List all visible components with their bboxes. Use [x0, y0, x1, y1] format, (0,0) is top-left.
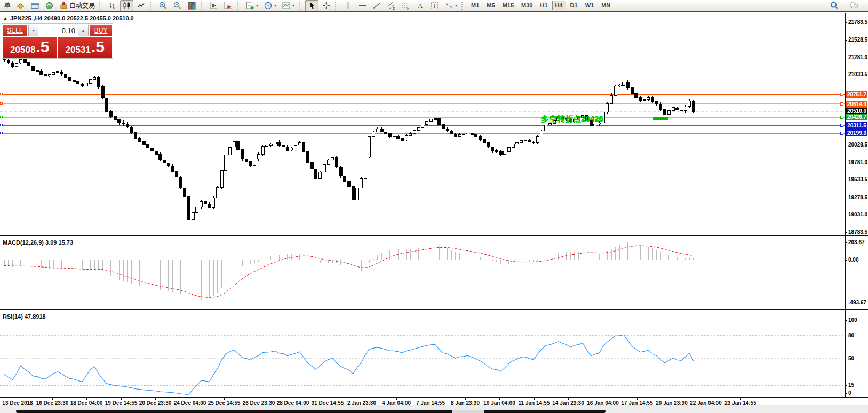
toolbar-separator	[150, 2, 154, 10]
time-tick	[465, 398, 466, 400]
zoom-out-icon	[173, 1, 182, 10]
macd-histogram	[4, 242, 694, 301]
green-trend-segment[interactable]	[653, 117, 668, 120]
auto-trading-button[interactable]: 自动交易	[57, 0, 97, 11]
timeframe-h4[interactable]: H4	[552, 1, 566, 10]
sell-price-main: 20508	[10, 45, 35, 55]
line-left-handle[interactable]	[0, 124, 3, 126]
axis-tick	[845, 40, 847, 41]
toolbar-separator	[461, 2, 466, 10]
chat-icon	[849, 1, 858, 10]
new-chart-button[interactable]: ▾	[243, 0, 260, 11]
fibonacci-button[interactable]: F	[399, 0, 412, 11]
cursor-button[interactable]	[305, 0, 318, 11]
chart-shift-button[interactable]	[207, 0, 220, 11]
crosshair-button[interactable]	[320, 0, 333, 11]
time-tick	[568, 398, 569, 400]
axis-tick	[845, 385, 847, 386]
time-tick	[362, 398, 362, 400]
text-button[interactable]: A	[413, 0, 427, 11]
axis-tick	[845, 145, 847, 145]
timeframe-m1[interactable]: M1	[468, 1, 482, 10]
equidistant-channel-button[interactable]: E	[385, 0, 398, 11]
collapse-triangle-icon[interactable]: ▲	[3, 16, 7, 21]
horizontal-line-button[interactable]	[356, 0, 369, 11]
line-left-handle[interactable]	[0, 116, 3, 118]
navigator-button[interactable]	[43, 0, 56, 11]
time-tick	[224, 398, 225, 400]
one-click-trading-panel: SELL ▼ 0.10 ▲ BUY 20508 .5 20531 .5	[2, 23, 113, 59]
price-tag-20311.5: 20311.5	[846, 122, 867, 129]
timeframe-h1[interactable]: H1	[537, 1, 551, 10]
price-axis-label: 18783.5	[848, 229, 867, 235]
timeframe-w1[interactable]: W1	[582, 1, 598, 10]
line-tag-connector	[840, 132, 843, 135]
timeframe-m30[interactable]: M30	[518, 1, 536, 10]
price-axis-label: 21783.5	[848, 19, 867, 25]
indicators-button[interactable]: ▾	[280, 0, 297, 11]
market-watch-button[interactable]	[14, 0, 27, 11]
axis-tick	[845, 320, 847, 321]
timeframe-m5[interactable]: M5	[483, 1, 498, 10]
axis-tick	[845, 215, 847, 215]
price-axis-label: 203.67	[848, 239, 865, 245]
volume-decrease-button[interactable]: ▼	[29, 25, 38, 36]
text-label-button[interactable]: T	[428, 0, 441, 11]
crosshair-icon	[322, 1, 331, 10]
rsi-line	[4, 335, 694, 395]
axis-tick	[845, 75, 847, 75]
volume-input[interactable]: 0.10	[38, 25, 78, 36]
rsi-canvas	[0, 312, 845, 397]
timeframe-mn[interactable]: MN	[598, 1, 614, 10]
toolbar-separator	[335, 2, 339, 10]
vertical-line-icon	[344, 1, 353, 10]
line-left-handle[interactable]	[0, 102, 3, 105]
profiles-button[interactable]: ▾	[261, 0, 278, 11]
zoom-out-button[interactable]	[171, 0, 184, 11]
axis-tick	[845, 260, 847, 261]
line-left-handle[interactable]	[0, 132, 3, 134]
tile-windows-button[interactable]	[185, 0, 198, 11]
timeframe-d1[interactable]: D1	[567, 1, 581, 10]
time-tick	[18, 398, 18, 400]
sell-button[interactable]: SELL	[3, 25, 27, 36]
price-axis-label: 100	[848, 317, 857, 323]
timeframe-m15[interactable]: M15	[499, 1, 517, 10]
sell-price-button[interactable]: 20508 .5	[3, 37, 57, 58]
price-tag-20614.0: 20614.0	[846, 101, 867, 108]
price-tag-20199.3: 20199.3	[846, 129, 867, 136]
pane-divider[interactable]	[0, 309, 868, 311]
pane-divider[interactable]	[0, 235, 868, 237]
line-chart-button[interactable]	[134, 0, 148, 11]
time-tick	[396, 398, 397, 400]
arrows-button[interactable]: ▾	[442, 0, 459, 11]
chart-window: ▲ JPN225-,H4 20490.0 20522.5 20455.0 205…	[0, 13, 868, 413]
svg-text:F: F	[407, 6, 409, 10]
text-icon: A	[416, 1, 425, 10]
new-order-button[interactable]: 单	[2, 0, 13, 11]
trendline-button[interactable]	[370, 0, 384, 11]
buy-price-button[interactable]: 20531 .5	[58, 37, 113, 58]
candles-series	[3, 58, 695, 221]
data-window-button[interactable]	[28, 0, 42, 11]
axis-tick	[845, 303, 847, 303]
chat-button[interactable]	[847, 0, 861, 11]
time-tick	[121, 398, 122, 400]
zoom-in-button[interactable]	[156, 0, 170, 11]
time-tick	[431, 398, 431, 400]
buy-button[interactable]: BUY	[90, 25, 112, 36]
search-button[interactable]	[827, 0, 841, 11]
time-tick	[672, 398, 672, 400]
auto-scroll-button[interactable]	[221, 0, 235, 11]
price-axis-label: 21528.5	[848, 37, 867, 43]
time-tick	[190, 398, 190, 400]
vertical-line-button[interactable]	[341, 0, 355, 11]
line-left-handle[interactable]	[0, 93, 3, 95]
volume-increase-button[interactable]: ▲	[78, 25, 88, 36]
axis-tick	[845, 180, 847, 180]
tile-windows-icon	[187, 1, 196, 10]
time-tick	[706, 398, 706, 400]
bar-chart-button[interactable]	[106, 0, 119, 11]
time-tick	[534, 398, 535, 400]
candlestick-chart-button[interactable]	[120, 0, 133, 11]
